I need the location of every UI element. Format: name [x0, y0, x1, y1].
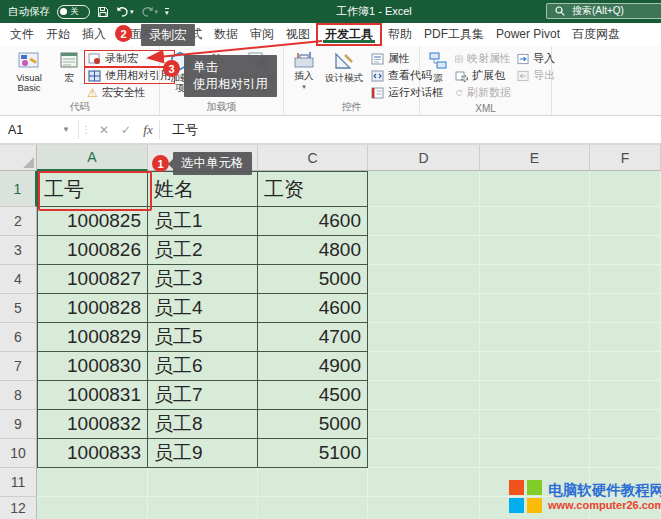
cell-d11[interactable] [368, 468, 480, 497]
cell-a5[interactable]: 1000828 [37, 294, 148, 323]
cell-f4[interactable] [590, 265, 661, 294]
tab-review[interactable]: 审阅 [244, 23, 280, 46]
formula-bar-handle[interactable]: ⋮ [79, 124, 93, 135]
tab-home[interactable]: 开始 [40, 23, 76, 46]
cell-e8[interactable] [480, 381, 590, 410]
quick-access-customize-button[interactable]: ▾ [165, 8, 169, 16]
tab-insert[interactable]: 插入 [76, 23, 112, 46]
cell-a10[interactable]: 1000833 [37, 439, 148, 468]
tab-view[interactable]: 视图 [280, 23, 316, 46]
cell-c12[interactable] [258, 497, 368, 519]
cell-c1[interactable]: 工资 [258, 171, 368, 207]
cell-f3[interactable] [590, 236, 661, 265]
cell-f10[interactable] [590, 439, 661, 468]
cell-c6[interactable]: 4700 [258, 323, 368, 352]
row-header-7[interactable]: 7 [0, 352, 37, 381]
row-header-6[interactable]: 6 [0, 323, 37, 352]
tab-baidu-netdisk[interactable]: 百度网盘 [566, 23, 626, 46]
cell-c9[interactable]: 5000 [258, 410, 368, 439]
cell-b2[interactable]: 员工1 [148, 207, 258, 236]
row-header-3[interactable]: 3 [0, 236, 37, 265]
cell-c2[interactable]: 4600 [258, 207, 368, 236]
row-header-2[interactable]: 2 [0, 207, 37, 236]
import-button[interactable]: 导入 [514, 50, 558, 67]
cell-c7[interactable]: 4900 [258, 352, 368, 381]
cell-d6[interactable] [368, 323, 480, 352]
cell-f7[interactable] [590, 352, 661, 381]
cell-a12[interactable] [37, 497, 148, 519]
cell-b6[interactable]: 员工5 [148, 323, 258, 352]
cell-b10[interactable]: 员工9 [148, 439, 258, 468]
cell-c5[interactable]: 4600 [258, 294, 368, 323]
cell-e3[interactable] [480, 236, 590, 265]
cell-d5[interactable] [368, 294, 480, 323]
column-header-c[interactable]: C [258, 145, 368, 171]
select-all-corner[interactable] [0, 145, 37, 171]
formula-input[interactable]: 工号 [172, 121, 198, 139]
search-input[interactable]: 搜索(Alt+Q) [546, 3, 661, 19]
xml-source-button[interactable]: 源 [424, 48, 452, 83]
row-header-9[interactable]: 9 [0, 410, 37, 439]
cell-e9[interactable] [480, 410, 590, 439]
cell-a3[interactable]: 1000826 [37, 236, 148, 265]
row-header-10[interactable]: 10 [0, 439, 37, 468]
cell-e7[interactable] [480, 352, 590, 381]
row-header-4[interactable]: 4 [0, 265, 37, 294]
macros-button[interactable]: 宏 [54, 48, 84, 83]
design-mode-button[interactable]: 设计模式 [320, 48, 368, 83]
cell-b11[interactable] [148, 468, 258, 497]
cell-b4[interactable]: 员工3 [148, 265, 258, 294]
cell-f1[interactable] [590, 171, 661, 207]
cell-d4[interactable] [368, 265, 480, 294]
column-header-f[interactable]: F [590, 145, 661, 171]
row-header-11[interactable]: 11 [0, 468, 37, 497]
insert-function-button[interactable]: fx [137, 122, 159, 138]
cell-b9[interactable]: 员工8 [148, 410, 258, 439]
row-header-1[interactable]: 1 [0, 171, 37, 207]
insert-control-button[interactable]: 插入 ▾ [288, 48, 320, 90]
cell-d9[interactable] [368, 410, 480, 439]
tab-power-pivot[interactable]: Power Pivot [490, 23, 566, 46]
visual-basic-button[interactable]: Visual Basic [4, 48, 54, 93]
enter-button[interactable]: ✓ [115, 123, 137, 137]
cell-a1[interactable]: 工号 [37, 171, 148, 207]
tab-data[interactable]: 数据 [208, 23, 244, 46]
tab-help[interactable]: 帮助 [382, 23, 418, 46]
cell-d8[interactable] [368, 381, 480, 410]
cell-e1[interactable] [480, 171, 590, 207]
name-box[interactable]: A1 ▼ [0, 116, 78, 143]
cell-b5[interactable]: 员工4 [148, 294, 258, 323]
cell-c4[interactable]: 5000 [258, 265, 368, 294]
cell-b1[interactable]: 姓名 [148, 171, 258, 207]
row-header-5[interactable]: 5 [0, 294, 37, 323]
cell-d1[interactable] [368, 171, 480, 207]
cell-b8[interactable]: 员工7 [148, 381, 258, 410]
cell-a7[interactable]: 1000830 [37, 352, 148, 381]
undo-button[interactable]: ▾ [116, 6, 134, 17]
row-header-12[interactable]: 12 [0, 497, 37, 519]
cell-b7[interactable]: 员工6 [148, 352, 258, 381]
cell-c11[interactable] [258, 468, 368, 497]
cell-a11[interactable] [37, 468, 148, 497]
tab-developer[interactable]: 开发工具 [316, 23, 382, 46]
autosave-toggle[interactable]: 关 [57, 5, 90, 19]
cell-b12[interactable] [148, 497, 258, 519]
column-header-e[interactable]: E [480, 145, 590, 171]
cell-f5[interactable] [590, 294, 661, 323]
cell-f6[interactable] [590, 323, 661, 352]
column-header-d[interactable]: D [368, 145, 480, 171]
cell-c10[interactable]: 5100 [258, 439, 368, 468]
cell-f2[interactable] [590, 207, 661, 236]
cell-a6[interactable]: 1000829 [37, 323, 148, 352]
save-button[interactable] [97, 6, 109, 18]
column-header-a[interactable]: A [37, 145, 148, 171]
cell-a9[interactable]: 1000832 [37, 410, 148, 439]
cell-d10[interactable] [368, 439, 480, 468]
cell-e5[interactable] [480, 294, 590, 323]
cell-f9[interactable] [590, 410, 661, 439]
cell-b3[interactable]: 员工2 [148, 236, 258, 265]
cell-e4[interactable] [480, 265, 590, 294]
redo-button[interactable]: ▾ [141, 6, 159, 17]
cancel-button[interactable]: ✕ [93, 123, 115, 137]
cell-a8[interactable]: 1000831 [37, 381, 148, 410]
